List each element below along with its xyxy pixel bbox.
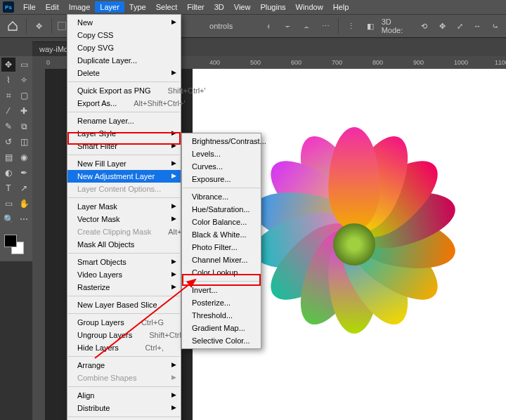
- menu-plugins[interactable]: Plugins: [255, 1, 290, 13]
- layer-menu-item[interactable]: Hide LayersCtrl+,: [67, 341, 181, 354]
- new-adjustment-layer-submenu[interactable]: Brightness/Contrast...Levels...Curves...…: [181, 133, 261, 349]
- auto-select-checkbox[interactable]: [58, 22, 66, 30]
- menu-edit[interactable]: Edit: [41, 1, 64, 13]
- foreground-swatch[interactable]: [4, 235, 17, 247]
- layer-menu-item[interactable]: New Layer Based Slice: [67, 298, 181, 311]
- more-tool[interactable]: ⋯: [17, 212, 31, 226]
- layer-menu-item[interactable]: Delete▶: [67, 67, 181, 79]
- slide-icon[interactable]: ↔: [471, 19, 484, 33]
- layer-menu-item[interactable]: Rename Layer...: [67, 114, 181, 127]
- align-center-icon[interactable]: ⫟: [280, 19, 294, 33]
- move-tool-preset-icon[interactable]: ✥: [32, 19, 46, 33]
- layer-menu-item[interactable]: Mask All Objects: [67, 238, 181, 251]
- hand-tool[interactable]: ✋: [17, 197, 31, 211]
- more-align-icon[interactable]: ⋮: [344, 19, 358, 33]
- menu-view[interactable]: View: [229, 1, 256, 13]
- layer-menu-item[interactable]: Rasterize▶: [67, 281, 181, 294]
- layer-menu[interactable]: New▶Copy CSSCopy SVGDuplicate Layer...De…: [67, 14, 181, 420]
- menu-window[interactable]: Window: [291, 1, 328, 13]
- dolly-icon[interactable]: ⤢: [453, 19, 467, 33]
- frame-tool[interactable]: ▢: [17, 88, 31, 103]
- gradient-tool[interactable]: ▤: [1, 150, 15, 164]
- adjustment-menu-item[interactable]: Brightness/Contrast...: [182, 135, 261, 147]
- menu-help[interactable]: Help: [328, 1, 354, 13]
- menu-item-label: Combine Shapes: [77, 374, 164, 382]
- adjustment-menu-item[interactable]: Channel Mixer...: [182, 254, 261, 266]
- layer-menu-item[interactable]: Video Layers▶: [67, 268, 181, 281]
- layer-menu-item[interactable]: Arrange▶: [67, 359, 181, 372]
- color-swatches[interactable]: [1, 232, 31, 260]
- eyedrop-tool[interactable]: ⁄: [1, 104, 15, 118]
- adjustment-menu-item[interactable]: Invert...: [182, 284, 261, 296]
- layer-menu-item[interactable]: New Fill Layer▶: [67, 157, 181, 170]
- adjustment-menu-item[interactable]: Posterize...: [182, 296, 261, 309]
- history-tool[interactable]: ↺: [1, 135, 15, 149]
- adjustment-menu-item[interactable]: Gradient Map...: [182, 322, 261, 334]
- crop-tool[interactable]: ⌗: [1, 88, 15, 103]
- layer-menu-item[interactable]: Vector Mask▶: [67, 213, 181, 225]
- adjustment-menu-item[interactable]: Hue/Saturation...: [182, 203, 261, 216]
- pen-tool[interactable]: ✒: [17, 166, 31, 180]
- petal: [328, 127, 380, 230]
- pan-icon[interactable]: ✥: [435, 19, 448, 33]
- layer-menu-item[interactable]: Export As...Alt+Shift+Ctrl+': [67, 97, 181, 110]
- layer-menu-item[interactable]: Layer Mask▶: [67, 200, 181, 213]
- blur-tool[interactable]: ◉: [17, 150, 31, 164]
- layer-menu-item[interactable]: Align▶: [67, 389, 181, 402]
- menu-item-label: Layer Style: [77, 129, 164, 138]
- dist-icon[interactable]: ⋯: [319, 19, 332, 33]
- stamp-tool[interactable]: ⧉: [17, 119, 31, 133]
- layer-menu-item[interactable]: Copy SVG: [67, 41, 181, 54]
- menu-type[interactable]: Type: [124, 1, 151, 13]
- dodge-tool[interactable]: ◐: [1, 166, 15, 180]
- menu-separator: [68, 386, 180, 387]
- roll-icon[interactable]: ⤿: [488, 19, 502, 33]
- type-tool[interactable]: T: [1, 181, 15, 195]
- menu-filter[interactable]: Filter: [182, 1, 209, 13]
- layer-menu-item[interactable]: New▶: [67, 16, 181, 29]
- wand-tool[interactable]: ✧: [17, 73, 31, 87]
- rect-tool[interactable]: ▭: [1, 197, 15, 211]
- adjustment-menu-item[interactable]: Black & White...: [182, 228, 261, 241]
- adjustment-menu-item[interactable]: Color Balance...: [182, 216, 261, 228]
- menu-file[interactable]: File: [18, 1, 41, 13]
- layer-menu-item[interactable]: Duplicate Layer...: [67, 54, 181, 67]
- menu-item-label: Hide Layers: [77, 343, 128, 352]
- align-right-icon[interactable]: ⫠: [300, 19, 313, 33]
- adjustment-menu-item[interactable]: Color Lookup...: [182, 266, 261, 279]
- layer-menu-item[interactable]: Quick Export as PNGShift+Ctrl+': [67, 84, 181, 97]
- 3d-mode-icon[interactable]: ◧: [364, 19, 377, 33]
- layer-menu-item[interactable]: Smart Objects▶: [67, 256, 181, 268]
- orbit-icon[interactable]: ⟲: [417, 19, 431, 33]
- layer-menu-item[interactable]: New Adjustment Layer▶: [67, 170, 181, 183]
- menu-select[interactable]: Select: [151, 1, 183, 13]
- submenu-arrow-icon: ▶: [171, 391, 176, 398]
- layer-menu-item[interactable]: Distribute▶: [67, 402, 181, 414]
- adjustment-menu-item[interactable]: Levels...: [182, 147, 261, 160]
- adjustment-menu-item[interactable]: Threshold...: [182, 309, 261, 322]
- brush-tool[interactable]: ✎: [1, 119, 15, 133]
- eraser-tool[interactable]: ◫: [17, 135, 31, 149]
- adjustment-menu-item[interactable]: Photo Filter...: [182, 241, 261, 254]
- adjustment-menu-item[interactable]: Selective Color...: [182, 334, 261, 347]
- marquee-tool[interactable]: ▭: [17, 58, 31, 72]
- layer-menu-item[interactable]: Smart Filter▶: [67, 140, 181, 152]
- menu-image[interactable]: Image: [64, 1, 96, 13]
- menu-3d[interactable]: 3D: [209, 1, 229, 13]
- adjustment-menu-item[interactable]: Vibrance...: [182, 190, 261, 203]
- ruler-mark: 800: [372, 59, 383, 66]
- lasso-tool[interactable]: ⌇: [1, 73, 15, 87]
- layer-menu-item[interactable]: Group LayersCtrl+G: [67, 316, 181, 329]
- layer-menu-item[interactable]: Copy CSS: [67, 29, 181, 41]
- menu-layer[interactable]: Layer: [95, 1, 124, 13]
- patch-tool[interactable]: ✚: [17, 104, 31, 118]
- adjustment-menu-item[interactable]: Curves...: [182, 160, 261, 173]
- path-tool[interactable]: ↗: [17, 181, 31, 195]
- zoom-tool[interactable]: 🔍: [1, 212, 15, 226]
- align-left-icon[interactable]: ⫞: [261, 19, 275, 33]
- move-tool[interactable]: ✥: [1, 58, 15, 72]
- home-button[interactable]: [4, 18, 20, 34]
- adjustment-menu-item[interactable]: Exposure...: [182, 173, 261, 185]
- layer-menu-item[interactable]: Ungroup LayersShift+Ctrl+G: [67, 329, 181, 341]
- layer-menu-item[interactable]: Layer Style▶: [67, 127, 181, 140]
